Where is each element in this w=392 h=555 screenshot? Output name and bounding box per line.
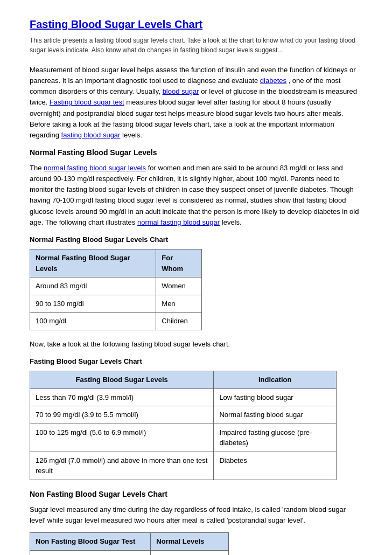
table-cell: Children — [156, 313, 202, 330]
section1-paragraph: The normal fasting blood sugar levels fo… — [30, 163, 362, 228]
table-row: Random blood sugar testabout 70-125 mg/d… — [30, 550, 229, 555]
table-cell: Low fasting blood sugar — [214, 388, 337, 406]
section2-title: Non Fasting Blood Sugar Levels Chart — [30, 489, 362, 500]
section1-text-1: The — [30, 164, 41, 172]
link-fasting-sugar[interactable]: fasting blood sugar — [61, 131, 121, 139]
table2-header-levels: Fasting Blood Sugar Levels — [30, 371, 214, 389]
table-cell: 90 to 130 mg/dl — [30, 295, 156, 313]
table1-header-levels: Normal Fasting Blood Sugar Levels — [30, 249, 156, 278]
table-row: 70 to 99 mg/dl (3.9 to 5.5 mmol/l)Normal… — [30, 406, 337, 424]
intro-paragraph: Measurement of blood sugar level helps a… — [30, 65, 362, 141]
link-blood-sugar[interactable]: blood sugar — [163, 87, 199, 95]
link-normal-levels[interactable]: normal fasting blood sugar levels — [44, 164, 146, 172]
table-cell: Less than 70 mg/dl (3.9 mmol/l) — [30, 388, 214, 406]
table-cell: Normal fasting blood sugar — [214, 406, 337, 424]
table-cell: 100 mg/dl — [30, 313, 156, 330]
chart1-note: Now, take a look at the following fastin… — [30, 339, 362, 350]
table-cell: 100 to 125 mg/dl (5.6 to 6.9 mmol/l) — [30, 424, 214, 452]
table-row: 100 mg/dlChildren — [30, 313, 202, 330]
non-fasting-table: Non Fasting Blood Sugar Test Normal Leve… — [30, 532, 229, 555]
table-cell: Women — [156, 278, 202, 295]
normal-fasting-table: Normal Fasting Blood Sugar Levels For Wh… — [30, 249, 202, 330]
page-main-title: Fasting Blood Sugar Levels Chart — [30, 16, 362, 32]
table-cell: Impaired fasting glucose (pre-diabetes) — [214, 424, 337, 452]
table-row: 126 mg/dl (7.0 mmol/l) and above in more… — [30, 452, 337, 480]
link-fasting-test[interactable]: Fasting blood sugar test — [50, 98, 124, 106]
table-cell: about 70-125 mg/dl — [151, 550, 229, 555]
page-subtitle: This article presents a fasting blood su… — [30, 36, 362, 55]
chart1-title: Normal Fasting Blood Sugar Levels Chart — [30, 234, 362, 245]
section2-paragraph: Sugar level measured any time during the… — [30, 504, 362, 526]
section1-text-2: for women and men are said to be around … — [30, 164, 359, 226]
table1-header-forwhom: For Whom — [156, 249, 202, 278]
table-row: 90 to 130 mg/dlMen — [30, 295, 202, 313]
table-cell: Random blood sugar test — [30, 550, 151, 555]
table-cell: Around 83 mg/dl — [30, 278, 156, 295]
table-cell: Diabetes — [214, 452, 337, 480]
link-diabetes[interactable]: diabetes — [260, 77, 286, 85]
table3-header-test: Non Fasting Blood Sugar Test — [30, 533, 151, 551]
intro-text-5: levels. — [122, 131, 142, 139]
table-cell: 126 mg/dl (7.0 mmol/l) and above in more… — [30, 452, 214, 480]
table-cell: Men — [156, 295, 202, 313]
table-cell: 70 to 99 mg/dl (3.9 to 5.5 mmol/l) — [30, 406, 214, 424]
table-row: 100 to 125 mg/dl (5.6 to 6.9 mmol/l)Impa… — [30, 424, 337, 452]
section1-title: Normal Fasting Blood Sugar Levels — [30, 147, 362, 158]
chart2-title: Fasting Blood Sugar Levels Chart — [30, 356, 362, 367]
link-normal-fasting[interactable]: normal fasting blood sugar — [137, 218, 220, 226]
fasting-levels-table: Fasting Blood Sugar Levels Indication Le… — [30, 371, 337, 480]
table-row: Less than 70 mg/dl (3.9 mmol/l)Low fasti… — [30, 388, 337, 406]
table3-header-levels: Normal Levels — [151, 533, 229, 551]
table2-header-indication: Indication — [214, 371, 337, 389]
table-row: Around 83 mg/dlWomen — [30, 278, 202, 295]
section1-text-3: levels. — [222, 218, 242, 226]
